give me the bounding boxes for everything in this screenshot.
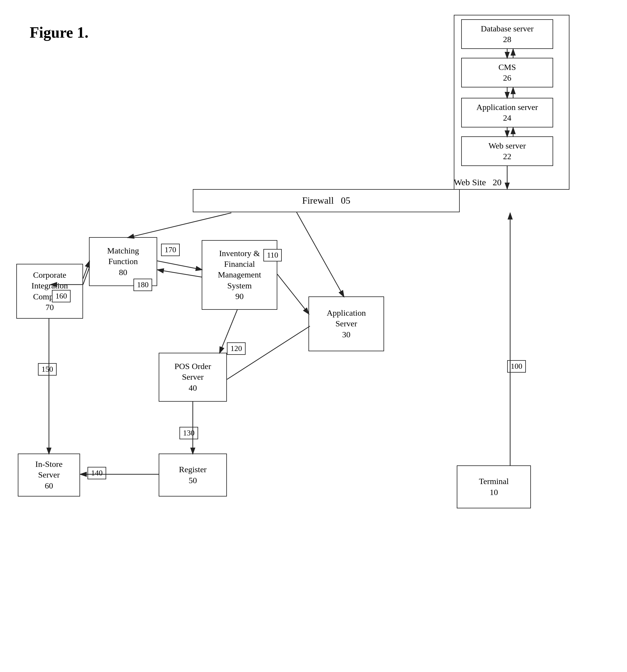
- node-app-server-24-label: Application server24: [476, 102, 538, 124]
- node-cms-label: CMS26: [498, 62, 516, 83]
- svg-line-11: [277, 274, 309, 314]
- label-100: 100: [507, 360, 526, 373]
- svg-line-12: [157, 261, 202, 270]
- svg-line-16: [83, 261, 90, 279]
- svg-line-13: [157, 270, 202, 277]
- label-170: 170: [161, 244, 180, 256]
- node-app-server-30: ApplicationServer30: [308, 296, 384, 351]
- node-register-label: Register50: [179, 464, 206, 486]
- svg-line-14: [83, 267, 90, 285]
- node-web-server: Web server22: [461, 136, 553, 166]
- node-terminal: Terminal10: [457, 465, 531, 508]
- node-database-server: Database server28: [461, 19, 553, 49]
- node-cms: CMS26: [461, 58, 553, 88]
- node-matching-function-label: MatchingFunction80: [107, 245, 139, 278]
- svg-line-10: [127, 213, 231, 238]
- label-120: 120: [227, 342, 246, 355]
- node-app-server-30-label: ApplicationServer30: [327, 308, 366, 340]
- node-app-server-24: Application server24: [461, 98, 553, 127]
- label-110: 110: [263, 249, 282, 261]
- node-web-server-label: Web server22: [488, 141, 526, 162]
- node-firewall-label: Firewall 05: [302, 194, 351, 207]
- label-130: 130: [180, 427, 198, 439]
- node-firewall: Firewall 05: [193, 189, 460, 212]
- svg-line-9: [297, 212, 344, 297]
- node-register: Register50: [159, 454, 227, 497]
- label-160: 160: [52, 290, 71, 302]
- label-150: 150: [38, 363, 57, 376]
- node-inventory-label: Inventory &FinancialManagementSystem90: [218, 248, 261, 302]
- node-pos-order-label: POS OrderServer40: [175, 361, 211, 393]
- node-corporate: CorporateIntegrationComputer70: [16, 264, 83, 319]
- node-database-server-label: Database server28: [481, 23, 534, 45]
- node-in-store: In-StoreServer60: [18, 454, 80, 497]
- node-in-store-label: In-StoreServer60: [35, 459, 63, 491]
- figure-label: Figure 1.: [30, 24, 88, 41]
- label-180: 180: [134, 279, 152, 291]
- node-pos-order: POS OrderServer40: [159, 353, 227, 402]
- website-label: Web Site 20: [454, 177, 502, 187]
- label-140: 140: [88, 467, 106, 479]
- node-terminal-label: Terminal10: [479, 476, 509, 498]
